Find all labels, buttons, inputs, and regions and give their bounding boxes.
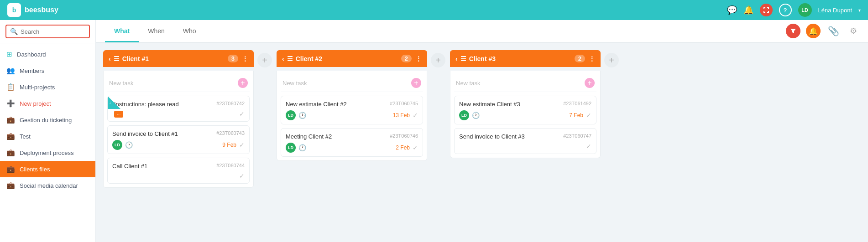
search-input-wrap[interactable]: 🔍 — [5, 25, 90, 38]
check-icon[interactable]: ✓ — [413, 144, 418, 151]
add-task-button[interactable]: + — [411, 78, 421, 88]
chat-icon[interactable]: 💬 — [727, 5, 737, 15]
user-menu-chevron[interactable]: ▾ — [858, 8, 861, 13]
col-header-left: ‹ ☰ Client #2 — [282, 55, 322, 62]
main-layout: 🔍 ⊞ Dashboard 👥 Members 📋 Multi-projects — [0, 20, 868, 242]
new-project-icon: ➕ — [6, 99, 15, 108]
col-back-icon[interactable]: ‹ — [109, 55, 111, 62]
sidebar-item-label: Multi-projects — [20, 84, 55, 91]
sidebar: 🔍 ⊞ Dashboard 👥 Members 📋 Multi-projects — [0, 20, 96, 242]
task-date-check: 7 Feb ✓ — [569, 112, 591, 119]
col-more-icon[interactable]: ⋮ — [415, 55, 422, 62]
task-card[interactable]: New estimate Client #2 #23T060745 LD 🕐 1… — [281, 96, 423, 124]
filter-button[interactable] — [786, 24, 800, 38]
task-id: #23T060745 — [390, 101, 418, 106]
col-more-icon[interactable]: ⋮ — [589, 55, 595, 62]
dashboard-icon: ⊞ — [6, 50, 12, 58]
task-icons: LD 🕐 — [112, 140, 133, 150]
sidebar-item-deployment[interactable]: 💼 Deployment process ⋮ — [0, 144, 95, 161]
members-icon: 👥 — [6, 67, 15, 75]
add-column-button[interactable]: + — [257, 53, 272, 67]
sidebar-item-label: Test — [20, 133, 31, 140]
add-column-button[interactable]: + — [604, 53, 619, 67]
add-task-button[interactable]: + — [585, 78, 595, 88]
task-date-check: ✓ — [586, 143, 591, 150]
new-task-label: New task — [109, 80, 133, 87]
check-icon[interactable]: ✓ — [586, 143, 591, 150]
col-body-client1: New task + ↑ Instructions: please read #… — [103, 71, 254, 188]
sidebar-item-members[interactable]: 👥 Members — [0, 62, 95, 79]
column-client3: ‹ ☰ Client #3 2 ⋮ New task + — [450, 50, 601, 158]
task-bottom: ✓ — [459, 143, 591, 150]
task-card[interactable]: Call Client #1 #23T060744 ✓ — [107, 158, 250, 184]
col-header-right: 2 ⋮ — [575, 55, 595, 62]
col-list-icon[interactable]: ☰ — [114, 55, 120, 62]
new-task-row: New task + — [107, 74, 250, 92]
check-icon[interactable]: ✓ — [586, 112, 591, 119]
sidebar-item-clients-files[interactable]: 💼 Clients files ⋮ — [0, 161, 95, 177]
col-list-icon[interactable]: ☰ — [287, 55, 293, 62]
sidebar-item-new-project[interactable]: ➕ New project — [0, 95, 95, 112]
task-bottom: ✓ — [112, 172, 245, 180]
col-more-icon[interactable]: ⋮ — [242, 55, 248, 62]
sidebar-item-dashboard[interactable]: ⊞ Dashboard — [0, 46, 95, 62]
col-header-left: ‹ ☰ Client #3 — [455, 55, 496, 62]
check-icon[interactable]: ✓ — [239, 141, 245, 149]
tabs-right: 🔔 📎 ⚙ — [786, 24, 868, 38]
task-title: Instructions: please read — [114, 101, 213, 108]
task-card[interactable]: New estimate Client #3 #23T061492 LD 🕐 7… — [454, 96, 596, 124]
search-input[interactable] — [21, 28, 85, 35]
sidebar-item-gestion[interactable]: 💼 Gestion du ticketing ⋮ — [0, 112, 95, 128]
task-bottom: LD 🕐 2 Feb ✓ — [286, 143, 418, 153]
sidebar-item-label: Social media calendar — [20, 182, 78, 189]
col-count: 3 — [228, 55, 238, 62]
user-name: Léna Dupont — [818, 7, 852, 14]
tab-who[interactable]: Who — [174, 21, 205, 42]
task-card[interactable]: Send invoice to Client #3 #23T060747 ✓ — [454, 128, 596, 154]
task-tag: ··· — [114, 111, 123, 118]
tabs-bar: What When Who 🔔 📎 ⚙ — [96, 20, 868, 43]
col-title: Client #1 — [122, 55, 149, 62]
new-task-label: New task — [282, 80, 307, 87]
bell-icon[interactable]: 🔔 — [743, 5, 753, 15]
task-id: #23T060744 — [216, 163, 245, 168]
col-header-right: 3 ⋮ — [228, 55, 248, 62]
check-icon[interactable]: ✓ — [239, 110, 245, 118]
expand-icon[interactable] — [760, 4, 773, 16]
task-title: Send invoice to Client #1 — [112, 130, 213, 137]
social-icon: 💼 — [6, 181, 15, 190]
col-header-client3: ‹ ☰ Client #3 2 ⋮ — [450, 50, 601, 67]
user-avatar[interactable]: LD — [798, 3, 812, 17]
add-task-button[interactable]: + — [238, 78, 248, 88]
task-avatar: LD — [286, 143, 296, 153]
settings-button[interactable]: ⚙ — [846, 24, 861, 38]
attach-button[interactable]: 📎 — [826, 24, 841, 38]
task-title: Meeting Client #2 — [286, 133, 386, 140]
sidebar-item-multi-projects[interactable]: 📋 Multi-projects — [0, 79, 95, 95]
task-date: 9 Feb — [222, 142, 236, 148]
tab-what[interactable]: What — [105, 21, 139, 42]
sidebar-item-test[interactable]: 💼 Test ⋮ — [0, 128, 95, 144]
col-back-icon[interactable]: ‹ — [282, 55, 284, 62]
tab-when[interactable]: When — [139, 21, 174, 42]
check-icon[interactable]: ✓ — [413, 112, 418, 119]
task-bottom: LD 🕐 7 Feb ✓ — [459, 110, 591, 120]
top-nav-right: 💬 🔔 ? LD Léna Dupont ▾ — [727, 3, 861, 17]
col-back-icon[interactable]: ‹ — [455, 55, 458, 62]
sidebar-item-label: Members — [20, 67, 44, 74]
task-card[interactable]: Send invoice to Client #1 #23T060743 LD … — [107, 125, 250, 154]
add-column-button[interactable]: + — [431, 53, 445, 67]
sidebar-item-social[interactable]: 💼 Social media calendar ⋮ — [0, 177, 95, 194]
column-client2: ‹ ☰ Client #2 2 ⋮ New task + — [277, 50, 427, 161]
col-list-icon[interactable]: ☰ — [460, 55, 466, 62]
task-card[interactable]: Meeting Client #2 #23T060746 LD 🕐 2 Feb — [281, 128, 423, 157]
task-title: New estimate Client #2 — [286, 101, 386, 108]
sidebar-item-label: Deployment process — [20, 149, 74, 156]
task-card[interactable]: ↑ Instructions: please read #23T060742 ·… — [107, 96, 250, 122]
clock-icon: 🕐 — [298, 144, 306, 151]
task-avatar: LD — [112, 140, 122, 150]
notification-button[interactable]: 🔔 — [806, 24, 821, 38]
help-icon[interactable]: ? — [779, 4, 792, 16]
col-body-client2: New task + New estimate Client #2 #23T06… — [277, 71, 427, 161]
check-icon[interactable]: ✓ — [239, 172, 245, 180]
